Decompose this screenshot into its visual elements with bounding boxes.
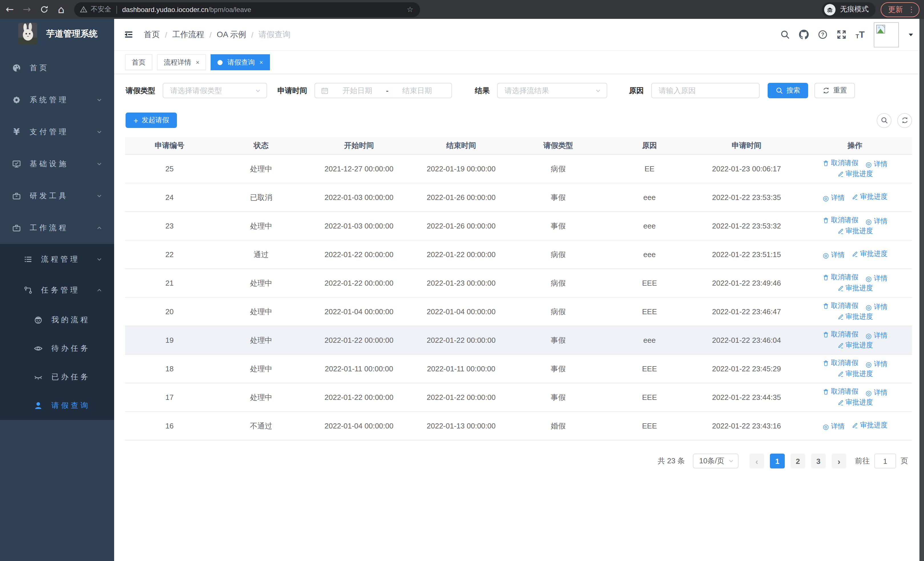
home-button[interactable]: ⌂ <box>54 2 69 17</box>
reload-button[interactable] <box>36 2 51 17</box>
page-size-select[interactable]: 10条/页 <box>693 454 738 468</box>
cancel-leave-link[interactable]: 取消请假 <box>822 387 858 397</box>
dots-vertical-icon[interactable]: ⋮ <box>909 5 914 14</box>
date-end-placeholder[interactable]: 结束日期 <box>388 86 446 96</box>
page-button-3[interactable]: 3 <box>811 454 826 468</box>
sidebar-item-todo-task[interactable]: 待办任务 <box>0 334 114 363</box>
page-scrollbar[interactable] <box>920 19 924 561</box>
approval-progress-link[interactable]: 审批进度 <box>837 341 873 350</box>
detail-link[interactable]: ◎详情 <box>865 359 888 369</box>
sidebar-item-system[interactable]: 系统管理 <box>0 84 114 116</box>
detail-link[interactable]: ◎详情 <box>822 193 844 203</box>
table-tools <box>877 113 912 128</box>
forward-button[interactable]: → <box>20 2 34 17</box>
tabs: 首页流程详情×请假查询× <box>125 54 270 70</box>
back-button[interactable]: ← <box>2 2 17 17</box>
breadcrumb-item[interactable]: OA 示例 <box>217 29 246 40</box>
sidebar-item-infra[interactable]: 基础设施 <box>0 148 114 180</box>
tab-leave-query[interactable]: 请假查询× <box>211 54 270 70</box>
hamburger-collapse-icon[interactable] <box>124 30 134 39</box>
caret-down-icon[interactable] <box>908 32 914 38</box>
sidebar-item-home[interactable]: 首页 <box>0 52 114 84</box>
sidebar-item-process-mgmt[interactable]: 流程管理 <box>0 244 114 275</box>
page-button-1[interactable]: 1 <box>770 454 785 468</box>
sidebar-item-my-process[interactable]: 我的流程 <box>0 305 114 334</box>
prev-page-button[interactable]: ‹ <box>749 454 764 468</box>
detail-link[interactable]: ◎详情 <box>865 217 888 227</box>
approval-progress-link[interactable]: 审批进度 <box>852 192 888 202</box>
font-size-icon[interactable]: TT <box>855 30 865 39</box>
view-icon: ◎ <box>865 332 872 339</box>
detail-link[interactable]: ◎详情 <box>822 250 844 260</box>
approval-progress-link[interactable]: 审批进度 <box>852 420 888 430</box>
table-cell: 2022-01-04 00:00:00 <box>410 307 513 316</box>
breadcrumb-item[interactable]: 首页 <box>144 29 160 40</box>
tab-home[interactable]: 首页 <box>125 54 152 70</box>
detail-link[interactable]: ◎详情 <box>865 160 888 169</box>
table-cell: 2022-01-22 23:53:35 <box>695 193 798 202</box>
date-start-placeholder[interactable]: 开始日期 <box>329 86 386 96</box>
column-header: 结束时间 <box>410 141 513 151</box>
create-leave-button[interactable]: + 发起请假 <box>126 113 177 128</box>
tab-process-detail[interactable]: 流程详情× <box>157 54 206 70</box>
question-icon[interactable]: ? <box>818 30 828 39</box>
approval-progress-link[interactable]: 审批进度 <box>852 249 888 259</box>
refresh-table-button[interactable] <box>897 113 912 128</box>
apply-time-range-picker[interactable]: 开始日期 - 结束日期 <box>315 83 452 98</box>
approval-progress-link[interactable]: 审批进度 <box>837 227 873 236</box>
table-cell: 18 <box>125 364 214 373</box>
cancel-leave-link[interactable]: 取消请假 <box>822 358 858 368</box>
fullscreen-icon[interactable] <box>837 30 846 39</box>
next-page-button[interactable]: › <box>831 454 846 468</box>
result-select[interactable]: 请选择流结果 <box>497 83 607 98</box>
active-tab-dot <box>218 60 223 65</box>
breadcrumb-item[interactable]: 工作流程 <box>172 29 204 40</box>
search-button[interactable]: 搜索 <box>768 83 808 98</box>
hide-search-button[interactable] <box>877 113 891 128</box>
cancel-leave-link[interactable]: 取消请假 <box>822 330 858 340</box>
sidebar-item-devtools[interactable]: 研发工具 <box>0 180 114 212</box>
detail-link[interactable]: ◎详情 <box>865 331 888 341</box>
star-icon[interactable]: ☆ <box>406 5 414 14</box>
search-icon <box>880 117 888 124</box>
approval-progress-link[interactable]: 审批进度 <box>837 312 873 322</box>
approval-progress-link[interactable]: 审批进度 <box>837 169 873 179</box>
avatar[interactable] <box>874 22 899 47</box>
trash-icon <box>822 274 829 281</box>
table-cell: 2022-01-19 00:00:00 <box>410 164 513 173</box>
sidebar-item-leave-query[interactable]: 请假查询 <box>0 391 114 420</box>
leave-type-select[interactable]: 请选择请假类型 <box>163 83 267 98</box>
page-button-2[interactable]: 2 <box>790 454 805 468</box>
pen-icon <box>837 342 844 349</box>
breadcrumb-item: 请假查询 <box>258 29 291 40</box>
github-icon[interactable] <box>799 30 809 39</box>
gear-icon <box>12 95 21 105</box>
detail-link[interactable]: ◎详情 <box>822 422 844 431</box>
detail-link[interactable]: ◎详情 <box>865 388 888 398</box>
close-icon[interactable]: × <box>196 59 200 65</box>
chevron-down-icon <box>255 87 261 94</box>
approval-progress-link[interactable]: 审批进度 <box>837 369 873 379</box>
search-icon[interactable] <box>780 30 790 39</box>
close-icon[interactable]: × <box>260 59 263 65</box>
sidebar-item-task-mgmt[interactable]: 任务管理 <box>0 275 114 305</box>
approval-progress-link[interactable]: 审批进度 <box>837 398 873 408</box>
detail-link[interactable]: ◎详情 <box>865 274 888 284</box>
table-cell: 处理中 <box>214 278 308 288</box>
reset-button[interactable]: 重置 <box>814 83 855 98</box>
update-button[interactable]: 更新 ⋮ <box>880 2 920 17</box>
table-cell: 2022-01-03 00:00:00 <box>308 222 410 230</box>
goto-page-input[interactable]: 1 <box>874 454 896 468</box>
detail-link[interactable]: ◎详情 <box>865 302 888 312</box>
sidebar-item-done-task[interactable]: 已办任务 <box>0 363 114 391</box>
cancel-leave-link[interactable]: 取消请假 <box>822 273 858 283</box>
reason-input[interactable]: 请输入原因 <box>651 83 760 98</box>
cancel-leave-link[interactable]: 取消请假 <box>822 158 858 168</box>
url-bar[interactable]: 不安全 dashboard.yudao.iocoder.cn /bpm/oa/l… <box>74 2 420 17</box>
pen-icon <box>852 422 858 429</box>
cancel-leave-link[interactable]: 取消请假 <box>822 301 858 311</box>
cancel-leave-link[interactable]: 取消请假 <box>822 216 858 226</box>
sidebar-item-payment[interactable]: ¥支付管理 <box>0 116 114 148</box>
sidebar-item-workflow[interactable]: 工作流程 <box>0 212 114 244</box>
approval-progress-link[interactable]: 审批进度 <box>837 284 873 293</box>
